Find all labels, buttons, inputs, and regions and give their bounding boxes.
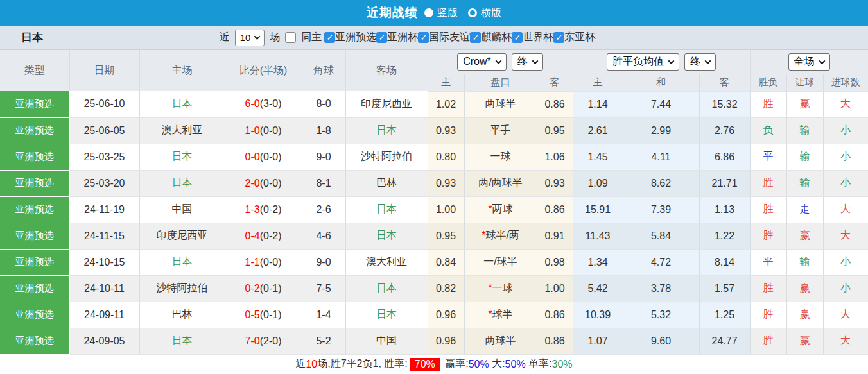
full-time-score: 1-1 (245, 257, 260, 268)
avg-time-select[interactable]: 终 (684, 53, 716, 71)
competition-checkbox[interactable]: ✓ (376, 32, 387, 43)
filters: 近 10 场 同主 ✓亚洲预选✓亚洲杯✓国际友谊✓麒麟杯✓世界杯✓东亚杯 (43, 30, 772, 46)
competition-checkbox[interactable]: ✓ (553, 32, 564, 43)
avg-away-odds: 8.14 (699, 249, 750, 275)
home-team: 印度尼西亚 (139, 223, 225, 249)
odds-away: 0.98 (537, 249, 573, 275)
score-cell: 1-1(0-0) (225, 249, 302, 275)
chevron-down-icon (495, 58, 501, 64)
goals-result-mark: 大 (823, 302, 868, 328)
odds-selects-cell: Crow* 终 (428, 50, 573, 74)
layout-radio-group: 竖版 横版 (424, 6, 501, 20)
competition-checkbox[interactable]: ✓ (418, 32, 429, 43)
avg-draw-odds: 7.44 (623, 91, 699, 117)
half-time-score: (0-1) (260, 309, 282, 320)
half-time-score: (0-1) (260, 283, 282, 294)
avg-away-odds: 1.13 (699, 196, 750, 223)
odds-time-select[interactable]: 终 (512, 53, 543, 71)
competition-filter: ✓亚洲杯 (376, 31, 418, 44)
home-team: 日本 (139, 249, 225, 275)
odds-home: 0.82 (428, 275, 464, 302)
corner-score: 1-8 (302, 117, 345, 144)
avg-draw-odds: 2.99 (623, 117, 699, 144)
odds-away: 0.86 (537, 196, 573, 223)
summary-text: 50% (505, 359, 526, 370)
odds-company-select[interactable]: Crow* (457, 53, 507, 71)
competition-filter: ✓东亚杯 (553, 31, 595, 44)
goals-result-mark: 大 (823, 223, 868, 249)
corner-score: 7-5 (302, 275, 345, 302)
summary-text: 单率: (526, 357, 552, 371)
handicap-line: *球半 (464, 302, 537, 328)
summary-text: 近 (295, 357, 306, 371)
match-date: 24-10-15 (69, 249, 139, 275)
radio-vertical-layout[interactable]: 竖版 (424, 6, 458, 20)
table-row: 亚洲预选24-10-11沙特阿拉伯0-2(0-1)7-5日本0.82*一球1.0… (0, 275, 868, 302)
corner-score: 9-0 (302, 249, 345, 275)
result-mark: 胜 (750, 91, 786, 117)
full-match-value: 全场 (794, 55, 815, 69)
handicap-line: 两球半 (464, 328, 537, 354)
recent-count-select[interactable]: 10 (235, 30, 265, 46)
result-mark: 胜 (750, 275, 786, 302)
avg-away-odds: 1.25 (699, 302, 750, 328)
col-corner: 角球 (302, 50, 345, 91)
handicap-text: 两球 (492, 203, 513, 214)
competition-checkbox[interactable]: ✓ (470, 32, 481, 43)
half-time-score: (0-0) (260, 125, 282, 136)
competition-label: 亚洲杯 (387, 31, 418, 44)
score-cell: 2-0(0-0) (225, 170, 302, 196)
full-time-score: 0-4 (245, 230, 260, 241)
result-mark: 胜 (750, 170, 786, 196)
corner-score: 4-6 (302, 223, 345, 249)
goals-result-mark: 小 (823, 249, 868, 275)
score-cell: 7-0(2-0) (225, 328, 302, 354)
same-home-checkbox[interactable] (285, 32, 296, 43)
handicap-result-mark: 赢 (786, 302, 823, 328)
avg-home-odds: 1.07 (573, 328, 623, 354)
col-type: 类型 (0, 50, 69, 91)
full-time-score: 1-0 (245, 125, 260, 136)
competition-checkbox[interactable]: ✓ (324, 32, 335, 43)
handicap-text: 一/球半 (483, 256, 517, 267)
avg-home-odds: 1.34 (573, 249, 623, 275)
avg-away-odds: 2.76 (699, 117, 750, 144)
avg-type-select[interactable]: 胜平负均值 (607, 53, 679, 71)
handicap-result-mark: 输 (786, 249, 823, 275)
home-team: 沙特阿拉伯 (139, 275, 225, 302)
odds-away: 1.06 (537, 144, 573, 170)
away-team: 印度尼西亚 (345, 91, 428, 117)
score-cell: 0-0(0-0) (225, 144, 302, 170)
match-date: 25-03-25 (69, 144, 139, 170)
away-team: 日本 (345, 275, 428, 302)
competition-label: 国际友谊 (429, 31, 470, 44)
home-team: 巴林 (139, 302, 225, 328)
handicap-text: 一球 (490, 151, 511, 162)
competition-label: 麒麟杯 (481, 31, 512, 44)
half-time-score: (0-2) (260, 204, 282, 215)
title-bar: 近期战绩 竖版 横版 (0, 0, 868, 26)
handicap-line: *一球 (464, 275, 537, 302)
recent-count-value: 10 (240, 32, 251, 43)
home-team: 中国 (139, 196, 225, 223)
odds-home: 0.96 (428, 302, 464, 328)
handicap-result-mark: 赢 (786, 91, 823, 117)
avg-home-odds: 5.42 (573, 275, 623, 302)
competition-checkbox[interactable]: ✓ (512, 32, 523, 43)
half-time-score: (0-2) (260, 230, 282, 241)
full-match-select[interactable]: 全场 (788, 53, 830, 71)
away-team: 日本 (345, 117, 428, 144)
filter-bar: 日本 近 10 场 同主 ✓亚洲预选✓亚洲杯✓国际友谊✓麒麟杯✓世界杯✓东亚杯 (0, 26, 868, 50)
recent-results-panel: 近期战绩 竖版 横版 日本 近 10 场 同主 ✓亚洲预选✓亚洲杯✓国际友谊✓麒… (0, 0, 868, 374)
goals-result-mark: 大 (823, 328, 868, 354)
avg-time-value: 终 (690, 55, 700, 69)
full-match-select-cell: 全场 (750, 50, 868, 74)
match-date: 24-09-05 (69, 328, 139, 354)
sub-col-odds-home: 主 (428, 74, 464, 91)
results-table: 类型 日期 主场 比分(半场) 角球 客场 Crow* 终 (0, 50, 868, 355)
handicap-line: 一球 (464, 144, 537, 170)
avg-home-odds: 1.09 (573, 170, 623, 196)
table-row: 亚洲预选24-10-15日本1-1(0-0)9-0澳大利亚0.84一/球半0.9… (0, 249, 868, 275)
radio-horizontal-layout[interactable]: 横版 (468, 6, 501, 20)
match-type-badge: 亚洲预选 (0, 144, 69, 170)
